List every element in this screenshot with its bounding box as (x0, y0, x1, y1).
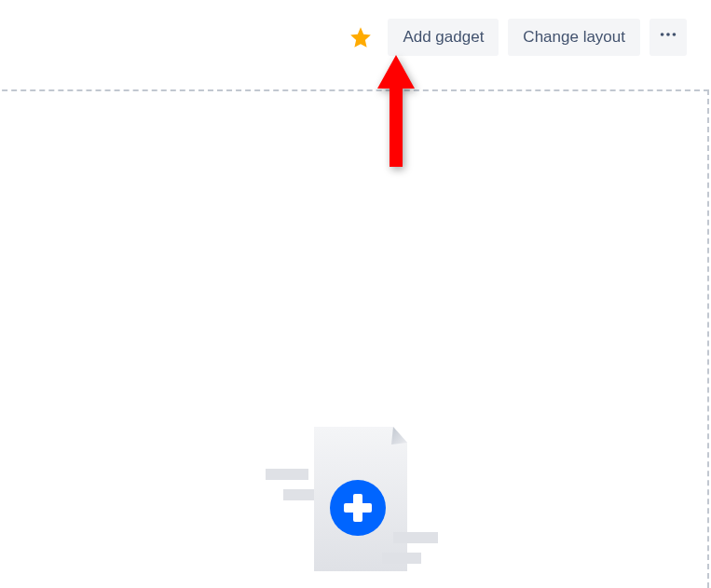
svg-rect-3 (266, 469, 308, 480)
star-icon (349, 25, 373, 49)
favorite-star[interactable] (349, 25, 373, 49)
empty-state-illustration (263, 422, 449, 581)
more-icon (658, 24, 678, 50)
add-gadget-label: Add gadget (403, 28, 484, 46)
change-layout-button[interactable]: Change layout (508, 19, 640, 56)
change-layout-label: Change layout (523, 28, 625, 46)
svg-rect-9 (344, 503, 372, 513)
add-gadget-button[interactable]: Add gadget (388, 19, 499, 56)
svg-rect-4 (283, 489, 314, 500)
svg-point-1 (666, 33, 670, 36)
dashboard-toolbar: Add gadget Change layout (0, 0, 711, 75)
svg-rect-5 (393, 532, 438, 543)
svg-point-0 (661, 33, 664, 36)
more-actions-button[interactable] (649, 19, 687, 56)
svg-rect-6 (382, 553, 421, 564)
empty-gadget-column[interactable]: Drag a gadget to this column or add a ne… (0, 89, 709, 588)
svg-point-2 (673, 33, 677, 36)
